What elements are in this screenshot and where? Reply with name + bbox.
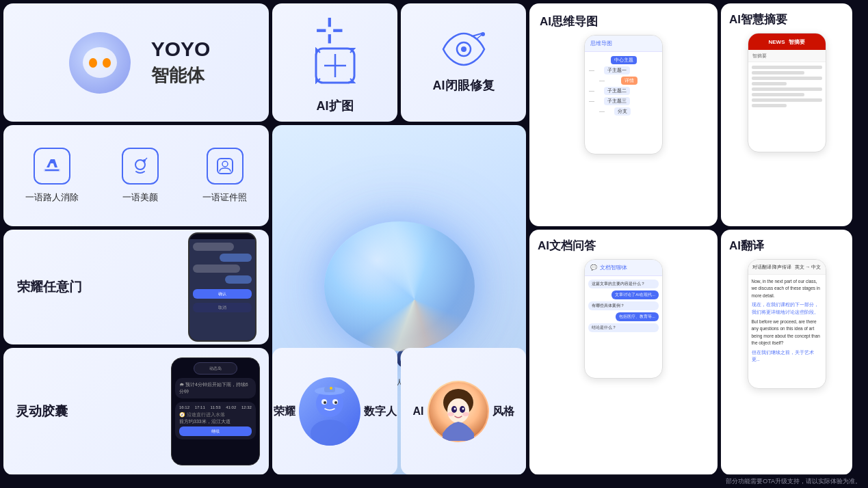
- expand-svg: [315, 47, 356, 84]
- digital-prefix: 荣耀: [274, 405, 295, 419]
- mind-branch-3a: 分支: [599, 107, 658, 116]
- door-bubble-2: [220, 254, 252, 262]
- digital-avatar-svg: [302, 384, 357, 446]
- mind-node-center: 中心主题: [611, 56, 637, 64]
- yoyo-label: 智能体: [151, 64, 205, 87]
- door-phone-mockup: 确认 取消: [188, 232, 257, 342]
- beauty-icon: [122, 148, 159, 185]
- style-avatar-svg: [429, 382, 488, 441]
- translate-phone-content: Now, in the next part of our class, we d…: [748, 275, 826, 366]
- summary-sub-header: 智摘要: [748, 50, 826, 62]
- yoyo-eye-right: [103, 58, 111, 68]
- cap-nav-widget: 16:1217:1111:5341:0212:32 🧭 沿途直行进入水落 前方约…: [175, 402, 256, 439]
- yoyo-robot-icon: [62, 25, 137, 100]
- summary-phone-mockup: NEWS 智摘要 智摘要: [748, 33, 826, 152]
- doc-bubble-3: 有哪些具体案例？: [588, 301, 659, 310]
- door-bubble-4: [225, 275, 252, 284]
- summary-label: AI智慧摘要: [729, 12, 787, 27]
- mind-phone-header: 思维导图: [585, 36, 662, 52]
- svg-point-27: [447, 412, 454, 416]
- eye-icon: [440, 32, 487, 69]
- ai-expand-cell: ⊹ AI扩图: [272, 3, 397, 122]
- doc-bubble-5: 结论是什么？: [588, 323, 659, 332]
- main-grid: YOYO 智能体 ⊹ AI扩图: [0, 0, 868, 488]
- eye-svg: [440, 32, 487, 66]
- eye-label: AI闭眼修复: [433, 77, 495, 94]
- door-button-2[interactable]: 取消: [193, 303, 252, 312]
- svg-point-15: [324, 401, 326, 404]
- magicos-orb: [311, 211, 488, 362]
- digital-human-cell: 荣耀 数字人: [272, 348, 397, 475]
- mind-branch-2: 子主题二: [589, 87, 658, 95]
- mind-branch-3: 子主题三: [589, 97, 658, 105]
- notice-bar: 部分功能需要OTA升级支持，请以实际体验为准。: [0, 474, 868, 488]
- digital-label: 数字人: [364, 405, 397, 419]
- svg-point-22: [447, 398, 469, 423]
- yoyo-text-group: YOYO 智能体: [151, 38, 211, 87]
- magicos-orb-swirl: [324, 221, 475, 351]
- doc-bubble-2: 文章讨论了AI在现代...: [611, 290, 659, 299]
- idphoto-icon: [207, 148, 244, 185]
- ai-mind-cell: AI思维导图 思维导图 中心主题 子主题一 详情: [529, 3, 718, 226]
- notice-text: 部分功能需要OTA升级支持，请以实际体验为准。: [726, 477, 861, 486]
- svg-point-25: [453, 408, 456, 410]
- door-phone-notch: [189, 234, 255, 239]
- yoyo-name: YOYO: [151, 38, 211, 61]
- doc-phone-mockup: 💬 文档智聊体 这篇文章的主要内容是什么？ 文章讨论了AI在现代... 有哪些具…: [584, 259, 663, 379]
- yoyo-cell: YOYO 智能体: [3, 3, 269, 122]
- doc-phone-content: 这篇文章的主要内容是什么？ 文章讨论了AI在现代... 有哪些具体案例？ 包括医…: [585, 276, 662, 336]
- style-avatar: [428, 381, 489, 442]
- style-label: 风格: [492, 405, 514, 419]
- feature-beauty: 一语美颜: [122, 148, 159, 204]
- expand-label: AI扩图: [317, 98, 354, 114]
- idphoto-label: 一语证件照: [202, 191, 247, 204]
- svg-point-28: [462, 412, 469, 416]
- magicos-orb-glow: [324, 221, 475, 351]
- svg-point-5: [481, 32, 485, 36]
- svg-rect-18: [324, 387, 335, 392]
- summary-phone-header: NEWS 智摘要: [748, 33, 826, 50]
- mind-branch-1a: 详情: [599, 77, 658, 85]
- oneclick-cell: 一语路人消除 一语美颜 一语证件照: [3, 125, 269, 226]
- yoyo-face: [83, 47, 117, 78]
- cap-pill: 动态岛: [194, 362, 238, 375]
- doc-phone-header: 💬 文档智聊体: [585, 260, 662, 276]
- translate-phone-header: 对话翻译 降声传译 英文 → 中文: [748, 260, 826, 275]
- cap-nav-btn[interactable]: 继续: [179, 426, 252, 436]
- translate-label: AI翻译: [729, 238, 764, 254]
- feature-idphoto: 一语证件照: [202, 148, 247, 204]
- svg-point-10: [222, 161, 228, 167]
- beauty-label: 一语美颜: [122, 191, 158, 204]
- capsule-phone-mockup: 动态岛 🌧 预计4分钟后开始下雨，持续6分钟 16:1217:1111:5341…: [171, 357, 260, 465]
- door-button[interactable]: 确认: [193, 289, 252, 299]
- doc-bubble-1: 这篇文章的主要内容是什么？: [588, 280, 659, 288]
- yoyo-body: [69, 32, 131, 94]
- yoyo-eye-left: [89, 58, 97, 68]
- door-label: 荣耀任意门: [10, 278, 188, 296]
- mind-phone-content: 中心主题 子主题一 详情 子主题二 子主题三: [585, 52, 662, 120]
- svg-point-26: [462, 408, 464, 410]
- doc-bubble-4: 包括医疗、教育等...: [616, 312, 659, 321]
- cap-weather-widget: 🌧 预计4分钟后开始下雨，持续6分钟: [175, 378, 256, 398]
- ai-summary-cell: AI智慧摘要 NEWS 智摘要 智摘要: [721, 3, 852, 226]
- digital-human-avatar: [299, 377, 360, 446]
- doc-label: AI文档问答: [538, 238, 596, 254]
- mind-branch-1: 子主题一: [589, 66, 658, 74]
- mind-phone-mockup: 思维导图 中心主题 子主题一 详情 子主题二: [584, 35, 663, 154]
- erase-label: 一语路人消除: [25, 191, 79, 204]
- door-bubble-1: [193, 243, 234, 251]
- ai-eye-cell: AI闭眼修复: [401, 3, 526, 122]
- translate-phone-mockup: 对话翻译 降声传译 英文 → 中文 Now, in the next part …: [748, 259, 826, 389]
- svg-point-16: [334, 401, 337, 404]
- ai-style-cell: AI: [401, 348, 526, 475]
- style-prefix: AI: [413, 405, 424, 418]
- ai-translate-cell: AI翻译 对话翻译 降声传译 英文 → 中文 Now, in the next …: [721, 230, 852, 475]
- feature-erase: 一语路人消除: [25, 148, 79, 204]
- summary-phone-content: [748, 62, 826, 113]
- capsule-label: 灵动胶囊: [9, 403, 171, 420]
- honor-door-cell: 荣耀任意门 确认 取消: [3, 230, 269, 344]
- door-phone-screen: 确认 取消: [189, 239, 255, 340]
- capsule-cell: 灵动胶囊 动态岛 🌧 预计4分钟后开始下雨，持续6分钟 16:1217:1111…: [3, 348, 269, 475]
- door-bubble-3: [193, 265, 240, 273]
- ai-doc-cell: AI文档问答 💬 文档智聊体 这篇文章的主要内容是什么？ 文章讨论了AI在现代.…: [529, 230, 718, 475]
